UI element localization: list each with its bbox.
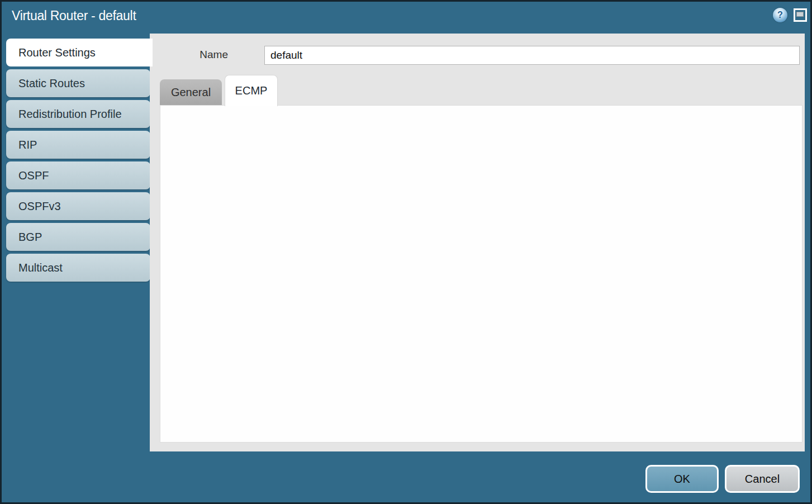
window-dock-icon-inner <box>796 12 804 17</box>
ok-button[interactable]: OK <box>645 465 719 493</box>
sidebar-item-bgp[interactable]: BGP <box>6 223 150 251</box>
sidebar-item-redistribution-profile[interactable]: Redistribution Profile <box>6 100 150 128</box>
sidebar-item-router-settings[interactable]: Router Settings <box>6 39 153 66</box>
sidebar-item-rip[interactable]: RIP <box>6 131 150 159</box>
ecmp-tab-panel <box>160 105 802 443</box>
sidebar-item-ospfv3[interactable]: OSPFv3 <box>6 192 150 220</box>
name-label: Name <box>161 49 228 61</box>
dialog-title: Virtual Router - default <box>12 8 136 23</box>
sidebar-item-static-routes[interactable]: Static Routes <box>6 69 150 97</box>
virtual-router-dialog: Virtual Router - default ? Router Settin… <box>0 0 812 504</box>
cancel-button[interactable]: Cancel <box>725 465 800 493</box>
name-input[interactable] <box>264 46 800 65</box>
sidebar-item-ospf[interactable]: OSPF <box>6 161 150 189</box>
sidebar-item-multicast[interactable]: Multicast <box>6 254 150 282</box>
window-dock-icon[interactable] <box>794 8 807 22</box>
tab-ecmp[interactable]: ECMP <box>225 75 278 106</box>
tab-general[interactable]: General <box>160 79 222 106</box>
help-icon[interactable]: ? <box>773 8 787 22</box>
